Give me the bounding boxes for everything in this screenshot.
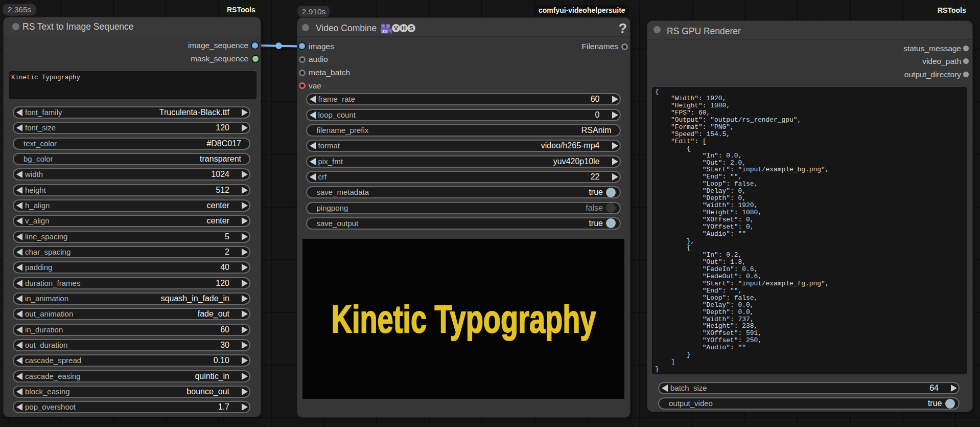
svg-text:Kinetic Typography: Kinetic Typography xyxy=(332,298,596,341)
